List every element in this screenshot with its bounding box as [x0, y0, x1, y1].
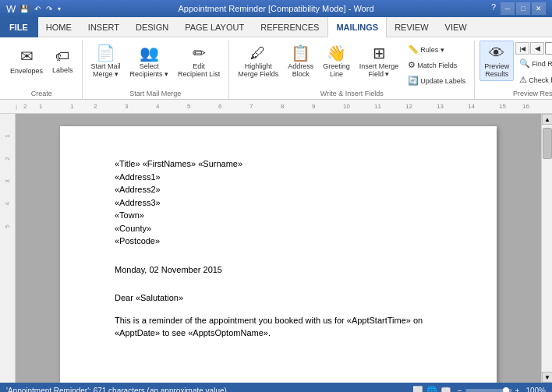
select-recipients-button[interactable]: 👥 SelectRecipients ▾ [126, 41, 173, 81]
zoom-out-btn[interactable]: − [458, 387, 462, 393]
tab-design[interactable]: DESIGN [128, 17, 177, 37]
group-start-mail-merge: 📄 Start MailMerge ▾ 👥 SelectRecipients ▾… [83, 41, 230, 99]
title-bar: W 💾 ↶ ↷ ▾ Appointment Reminder [Compatib… [0, 0, 552, 17]
window-title: Appointment Reminder [Compatibility Mode… [178, 4, 373, 13]
help-icon[interactable]: ? [488, 2, 499, 15]
document-salutation: Dear «Salutation» [115, 291, 442, 305]
ruler: | 2 1 1 2 3 4 5 6 7 8 9 10 11 12 13 14 1… [0, 100, 552, 114]
match-fields-button[interactable]: ⚙ Match Fields [404, 58, 469, 72]
scrollbar-vertical[interactable]: ▲ ▼ [541, 114, 552, 383]
match-fields-label: Match Fields [417, 62, 457, 69]
update-labels-icon: 🔄 [408, 76, 419, 86]
find-recipient-icon: 🔍 [519, 58, 530, 69]
group-create-label: Create [6, 88, 77, 99]
undo-qa-btn[interactable]: ↶ [33, 4, 42, 14]
quick-access: W 💾 ↶ ↷ ▾ [6, 3, 62, 15]
labels-label: Labels [52, 66, 73, 74]
edit-recipient-label: EditRecipient List [178, 62, 220, 78]
left-margin: 1 2 3 4 5 [0, 114, 16, 383]
scroll-up-btn[interactable]: ▲ [542, 114, 552, 125]
update-labels-button[interactable]: 🔄 Update Labels [404, 73, 469, 88]
ribbon-tabs: FILE HOME INSERT DESIGN PAGE LAYOUT REFE… [0, 17, 552, 37]
greeting-line-button[interactable]: 👋 GreetingLine [319, 41, 354, 81]
maximize-btn[interactable]: □ [516, 2, 530, 15]
rules-button[interactable]: 📏 Rules ▾ [404, 42, 469, 57]
qa-dropdown-btn[interactable]: ▾ [56, 5, 62, 13]
address-block-icon: 📋 [291, 44, 310, 62]
zoom-slider[interactable] [465, 389, 512, 392]
highlight-icon: 🖊 [250, 44, 266, 62]
view-read-btn[interactable]: 📖 [441, 386, 451, 393]
tab-references[interactable]: REFERENCES [253, 17, 327, 37]
envelope-icon: ✉ [20, 47, 34, 65]
tab-page-layout[interactable]: PAGE LAYOUT [177, 17, 253, 37]
redo-qa-btn[interactable]: ↷ [44, 4, 54, 14]
highlight-label: HighlightMerge Fields [238, 62, 278, 78]
rules-icon: 📏 [408, 44, 419, 55]
labels-icon: 🏷 [55, 48, 69, 65]
group-pr-content: 👁 PreviewResults |◀ ◀ ▶ ▶| 🔍 Find Recipi… [479, 41, 552, 88]
tab-mailings[interactable]: MAILINGS [327, 17, 387, 37]
find-recipient-button[interactable]: 🔍 Find Recipient [515, 56, 552, 71]
insert-merge-field-button[interactable]: ⊞ Insert MergeField ▾ [356, 41, 403, 81]
ribbon-content: ✉ Envelopes 🏷 Labels Create 📄 Start Mail… [0, 37, 552, 99]
minimize-btn[interactable]: ─ [501, 2, 515, 15]
address-line-7: «Postcode» [115, 235, 442, 248]
main-area: 1 2 3 4 5 «Title» «FirstNames» «Surname»… [0, 114, 552, 383]
match-fields-icon: ⚙ [408, 60, 416, 70]
check-for-errors-button[interactable]: ⚠ Check for Errors [515, 72, 552, 87]
nav-row: |◀ ◀ ▶ ▶| [515, 42, 552, 55]
start-mail-merge-icon: 📄 [96, 44, 115, 62]
group-create-content: ✉ Envelopes 🏷 Labels [6, 41, 77, 88]
preview-results-icon: 👁 [489, 44, 504, 62]
group-pr-label: Preview Results [479, 88, 552, 99]
document-date: Monday, 02 November 2015 [115, 263, 442, 277]
record-number-input[interactable] [545, 42, 552, 55]
start-mail-merge-button[interactable]: 📄 Start MailMerge ▾ [87, 41, 125, 81]
insert-merge-label: Insert MergeField ▾ [359, 62, 399, 78]
title-bar-left: W 💾 ↶ ↷ ▾ [6, 3, 62, 15]
insert-merge-icon: ⊞ [373, 44, 386, 62]
prev-record-btn[interactable]: ◀ [530, 42, 544, 55]
edit-recipient-list-button[interactable]: ✏ EditRecipient List [174, 41, 224, 81]
check-errors-label: Check for Errors [529, 76, 552, 84]
scrollbar-track[interactable] [542, 125, 552, 372]
first-record-btn[interactable]: |◀ [515, 42, 529, 55]
group-wi-content: 🖊 HighlightMerge Fields 📋 AddressBlock 👋… [234, 41, 469, 88]
ribbon: FILE HOME INSERT DESIGN PAGE LAYOUT REFE… [0, 17, 552, 100]
group-smm-label: Start Mail Merge [87, 88, 225, 99]
app-logo: W [6, 3, 16, 15]
group-smm-content: 📄 Start MailMerge ▾ 👥 SelectRecipients ▾… [87, 41, 225, 88]
address-block-button[interactable]: 📋 AddressBlock [284, 41, 317, 81]
document-area[interactable]: «Title» «FirstNames» «Surname» «Address1… [16, 114, 541, 383]
select-recipients-icon: 👥 [140, 44, 159, 62]
start-mail-merge-label: Start MailMerge ▾ [91, 62, 121, 78]
address-block-label: AddressBlock [288, 62, 313, 78]
scroll-down-btn[interactable]: ▼ [542, 372, 552, 383]
envelopes-button[interactable]: ✉ Envelopes [6, 41, 47, 81]
status-info: 'Appointment Reminder': 671 characters (… [6, 387, 229, 393]
rules-label: Rules ▾ [420, 46, 444, 54]
tab-review[interactable]: REVIEW [387, 17, 437, 37]
nav-and-results: |◀ ◀ ▶ ▶| 🔍 Find Recipient ⚠ Check for E… [515, 41, 552, 87]
address-line-6: «County» [115, 222, 442, 235]
document-page: «Title» «FirstNames» «Surname» «Address1… [60, 126, 497, 383]
tab-view[interactable]: VIEW [437, 17, 476, 37]
scrollbar-thumb[interactable] [543, 128, 552, 159]
preview-results-button[interactable]: 👁 PreviewResults [479, 41, 514, 81]
address-line-2: «Address1» [115, 171, 442, 184]
tab-insert[interactable]: INSERT [80, 17, 128, 37]
save-qa-btn[interactable]: 💾 [18, 4, 30, 14]
address-line-4: «Address3» [115, 196, 442, 210]
zoom-in-btn[interactable]: + [515, 387, 520, 393]
find-recipient-label: Find Recipient [532, 60, 552, 68]
highlight-merge-fields-button[interactable]: 🖊 HighlightMerge Fields [234, 41, 282, 81]
labels-button[interactable]: 🏷 Labels [48, 41, 77, 81]
tab-file[interactable]: FILE [0, 17, 38, 37]
greeting-line-label: GreetingLine [323, 62, 350, 78]
view-print-btn[interactable]: ⬜ [412, 386, 423, 393]
group-create: ✉ Envelopes 🏷 Labels Create [2, 41, 83, 99]
tab-home[interactable]: HOME [38, 17, 80, 37]
close-btn[interactable]: ✕ [532, 2, 546, 15]
view-web-btn[interactable]: 🌐 [426, 386, 437, 393]
